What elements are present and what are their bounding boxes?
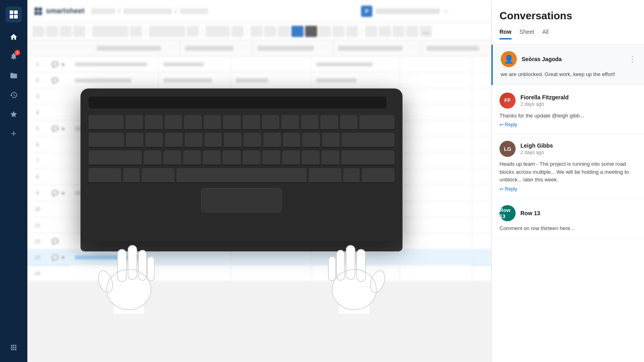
conversations-panel: Conversations Row Sheet All 👤 Seòras Jag… [491, 0, 644, 362]
conv-time: 2 days ago [520, 150, 636, 155]
avatar: FF [500, 93, 516, 109]
conv-message: we are unblocked. Great work, keep up th… [501, 70, 636, 78]
conv-reply-button[interactable]: Reply [500, 122, 636, 128]
conv-message: Thanks for the update @leigh gibb... [500, 112, 636, 120]
svg-rect-1 [14, 10, 18, 14]
conv-name-area: Seòras Jagoda [522, 56, 624, 62]
sidebar: 2 [0, 0, 27, 362]
svg-rect-0 [10, 10, 13, 14]
svg-rect-3 [14, 15, 18, 19]
tab-sheet[interactable]: Sheet [520, 29, 535, 39]
avatar: LG [500, 141, 516, 157]
sidebar-item-favorites[interactable] [6, 106, 22, 122]
sidebar-item-home[interactable] [6, 29, 22, 45]
sidebar-item-folders[interactable] [6, 68, 22, 84]
conv-author-name: Fiorella Fitzgerald [520, 94, 636, 101]
conversation-item: Row 13 Row 13 Comment on row thirteen he… [491, 199, 644, 239]
conv-author-name: Row 13 [520, 210, 636, 216]
sidebar-item-recent[interactable] [6, 87, 22, 103]
avatar: Row 13 [500, 205, 516, 221]
conv-message: Comment on row thirteen here... [500, 224, 636, 232]
conv-time: 2 days ago [520, 101, 636, 107]
conv-author-name: Seòras Jagoda [522, 56, 624, 62]
conversations-tabs: Row Sheet All [500, 29, 636, 39]
sidebar-item-apps[interactable] [6, 339, 22, 356]
conversation-item: LG Leigh Gibbs 2 days ago Heads up team … [491, 134, 644, 199]
notification-badge: 2 [14, 50, 20, 56]
conv-name-area: Leigh Gibbs 2 days ago [520, 142, 636, 155]
conversations-header: Conversations Row Sheet All [491, 0, 644, 45]
conv-item-header: LG Leigh Gibbs 2 days ago [500, 141, 636, 157]
conversation-item: 👤 Seòras Jagoda ⋮ we are unblocked. Grea… [491, 45, 644, 85]
conv-item-header: FF Fiorella Fitzgerald 2 days ago [500, 93, 636, 109]
conv-reply-button[interactable]: Reply [500, 186, 636, 192]
tab-all[interactable]: All [542, 29, 549, 39]
blur-overlay [27, 0, 491, 362]
conversations-list: 👤 Seòras Jagoda ⋮ we are unblocked. Grea… [491, 45, 644, 362]
sidebar-item-add[interactable] [6, 125, 22, 142]
conv-name-area: Fiorella Fitzgerald 2 days ago [520, 94, 636, 107]
conv-item-header: Row 13 Row 13 [500, 205, 636, 221]
conversation-item: FF Fiorella Fitzgerald 2 days ago Thanks… [491, 86, 644, 135]
conv-author-name: Leigh Gibbs [520, 142, 636, 149]
avatar: 👤 [501, 51, 517, 67]
conv-name-area: Row 13 [520, 210, 636, 216]
conv-message: Heads up team - The project is running i… [500, 160, 636, 184]
conv-more-button[interactable]: ⋮ [629, 55, 636, 64]
conv-item-header: 👤 Seòras Jagoda ⋮ [501, 51, 636, 67]
sidebar-item-notifications[interactable]: 2 [6, 48, 22, 64]
app-logo[interactable] [6, 6, 22, 23]
svg-rect-2 [10, 15, 13, 19]
conversations-title: Conversations [500, 10, 636, 22]
tab-row[interactable]: Row [500, 29, 512, 39]
sidebar-bottom-apps[interactable] [6, 339, 22, 356]
